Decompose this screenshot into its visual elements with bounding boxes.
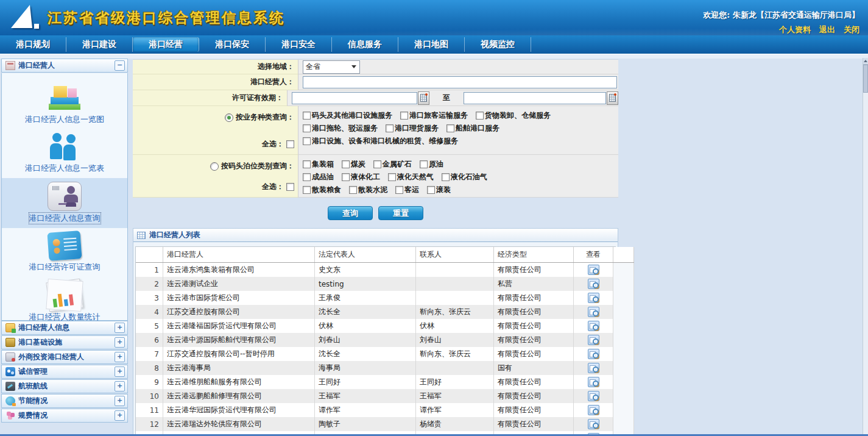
select-all-berth-checkbox[interactable]	[286, 183, 294, 191]
business-type-checkbox-item[interactable]: 港口理货服务	[386, 123, 439, 134]
checkbox-icon[interactable]	[427, 186, 435, 194]
checkbox-icon[interactable]	[303, 173, 311, 181]
business-type-checkbox-item[interactable]: 船舶港口服务	[446, 123, 499, 134]
nav-tab[interactable]: 港口建设	[66, 37, 133, 52]
checkbox-icon[interactable]	[386, 124, 393, 132]
berth-type-checkbox-item[interactable]: 散装粮食	[303, 185, 341, 195]
table-row[interactable]: 10 连云港远鹏船舶修理有限公司 王福军 王福军 有限责任公司	[136, 389, 634, 403]
nav-tab[interactable]: 视频监控	[465, 37, 531, 52]
sidebar-panel-header[interactable]: 节能情况 +	[1, 394, 128, 408]
table-row[interactable]: 1 连云港东鸿集装箱有限公司 史文东 有限责任公司	[136, 263, 634, 277]
checkbox-icon[interactable]	[476, 112, 484, 120]
calendar-icon[interactable]	[607, 91, 618, 105]
view-record-icon[interactable]	[588, 405, 599, 415]
validity-to-input[interactable]	[464, 92, 606, 104]
expand-button[interactable]: +	[115, 396, 125, 406]
business-type-checkbox-item[interactable]: 港口拖轮、驳运服务	[303, 123, 378, 134]
business-type-checkbox-item[interactable]: 货物装卸、仓储服务	[476, 110, 551, 121]
table-row[interactable]: 5 连云港隆福国际货运代理有限公司 伏林 伏林 有限责任公司	[136, 319, 634, 333]
checkbox-icon[interactable]	[349, 186, 357, 194]
sidebar-item[interactable]: 港口经营人信息一览图	[2, 80, 127, 129]
user-link[interactable]: 退出	[819, 24, 835, 35]
collapse-button[interactable]: −	[115, 60, 125, 71]
view-record-icon[interactable]	[588, 377, 599, 387]
region-select[interactable]: 全省	[303, 60, 360, 74]
nav-tab[interactable]: 港口安全	[266, 37, 332, 52]
business-query-radio[interactable]	[225, 113, 233, 122]
validity-from-input[interactable]	[292, 92, 417, 104]
sidebar-panel-header[interactable]: 航班航线 +	[1, 379, 128, 393]
checkbox-icon[interactable]	[303, 137, 311, 145]
scrollbar-thumb[interactable]	[863, 65, 868, 93]
sidebar-item[interactable]: 港口经营人数量统计	[2, 277, 127, 327]
checkbox-icon[interactable]	[303, 124, 311, 132]
nav-tab[interactable]: 信息服务	[332, 37, 398, 52]
berth-type-checkbox-item[interactable]: 液化石油气	[442, 172, 487, 182]
view-record-icon[interactable]	[588, 265, 599, 275]
checkbox-icon[interactable]	[400, 112, 408, 120]
sidebar-item[interactable]: 港口经营人信息一览表	[2, 129, 127, 178]
nav-tab[interactable]: 港口规划	[0, 37, 66, 52]
berth-type-checkbox-item[interactable]: 煤炭	[342, 159, 365, 170]
scroll-up-icon[interactable]	[863, 58, 868, 65]
berth-type-checkbox-item[interactable]: 金属矿石	[373, 159, 412, 170]
view-record-icon[interactable]	[588, 363, 599, 373]
expand-button[interactable]: +	[115, 381, 125, 391]
checkbox-icon[interactable]	[303, 186, 311, 194]
checkbox-icon[interactable]	[342, 173, 350, 181]
view-record-icon[interactable]	[588, 293, 599, 303]
user-link[interactable]: 个人资料	[779, 24, 811, 35]
table-row[interactable]: 12 连云港瑞达外轮供应有限公司 陶敏子 杨绪贵 有限责任公司	[136, 417, 634, 431]
nav-tab[interactable]: 港口保安	[199, 37, 266, 52]
berth-type-checkbox-item[interactable]: 滚装	[427, 185, 451, 195]
checkbox-icon[interactable]	[420, 160, 428, 168]
berth-type-checkbox-item[interactable]: 液体化工	[342, 172, 380, 182]
table-row[interactable]: 7 江苏交通控股有限公司--暂时停用 沈长全 靳向东、张庆云 有限责任公司	[136, 347, 634, 361]
select-all-business-checkbox[interactable]	[286, 140, 294, 148]
expand-button[interactable]: +	[115, 337, 125, 348]
nav-tab[interactable]: 港口经营	[133, 37, 199, 52]
query-button[interactable]: 查询	[328, 206, 373, 220]
expand-button[interactable]: +	[115, 410, 125, 421]
sidebar-panel-header[interactable]: 港口经营人信息 +	[1, 321, 128, 335]
expand-button[interactable]: +	[115, 352, 125, 362]
table-row[interactable]: 4 江苏交通控股有限公司 沈长全 靳向东、张庆云 有限责任公司	[136, 305, 634, 319]
checkbox-icon[interactable]	[342, 160, 350, 168]
business-type-checkbox-item[interactable]: 港口旅客运输服务	[400, 110, 468, 121]
view-record-icon[interactable]	[588, 349, 599, 359]
reset-button[interactable]: 重置	[378, 206, 423, 220]
checkbox-icon[interactable]	[388, 173, 396, 181]
table-row[interactable]: 6 连云港中源国际船舶代理有限公司 刘春山 刘春山 有限责任公司	[136, 333, 634, 347]
berth-type-checkbox-item[interactable]: 成品油	[303, 172, 334, 182]
sidebar-panel-header[interactable]: 港口基础设施 +	[1, 335, 128, 349]
view-record-icon[interactable]	[588, 335, 599, 345]
sidebar-item[interactable]: 港口经营许可证查询	[2, 228, 127, 277]
checkbox-icon[interactable]	[373, 160, 381, 168]
table-row[interactable]: 9 连云港维朋船舶服务有限公司 王同好 王同好 有限责任公司	[136, 375, 634, 389]
table-row[interactable]: 8 连云港海事局 海事局 国有	[136, 361, 634, 375]
berth-type-checkbox-item[interactable]: 液化天然气	[388, 172, 434, 182]
table-row[interactable]: 3 连云港市国际货柜公司 王承俊 有限责任公司	[136, 291, 634, 305]
sidebar-panel-header-operators[interactable]: 港口经营人 −	[1, 59, 128, 73]
checkbox-icon[interactable]	[395, 186, 403, 194]
table-row[interactable]: 11 连云港华冠国际货运代理有限公司 谭作军 谭作军 有限责任公司	[136, 403, 634, 417]
business-type-checkbox-item[interactable]: 港口设施、设备和港口机械的租赁、维修服务	[303, 136, 458, 146]
expand-button[interactable]: +	[115, 366, 125, 377]
berth-type-checkbox-item[interactable]: 散装水泥	[349, 185, 387, 195]
expand-button[interactable]: +	[115, 323, 125, 333]
sidebar-panel-header[interactable]: 诚信管理 +	[1, 365, 128, 379]
view-record-icon[interactable]	[588, 419, 599, 429]
sidebar-panel-header[interactable]: 规费情况 +	[1, 409, 128, 423]
berth-type-checkbox-item[interactable]: 原油	[420, 159, 443, 170]
view-record-icon[interactable]	[588, 279, 599, 289]
view-record-icon[interactable]	[588, 321, 599, 331]
page-scrollbar[interactable]	[863, 58, 868, 436]
checkbox-icon[interactable]	[446, 124, 454, 132]
operator-input[interactable]	[303, 76, 617, 88]
checkbox-icon[interactable]	[303, 112, 311, 120]
view-record-icon[interactable]	[588, 391, 599, 401]
business-type-checkbox-item[interactable]: 码头及其他港口设施服务	[303, 110, 392, 121]
nav-tab[interactable]: 港口地图	[398, 37, 465, 52]
view-record-icon[interactable]	[588, 307, 599, 317]
berth-query-radio[interactable]	[210, 162, 219, 171]
